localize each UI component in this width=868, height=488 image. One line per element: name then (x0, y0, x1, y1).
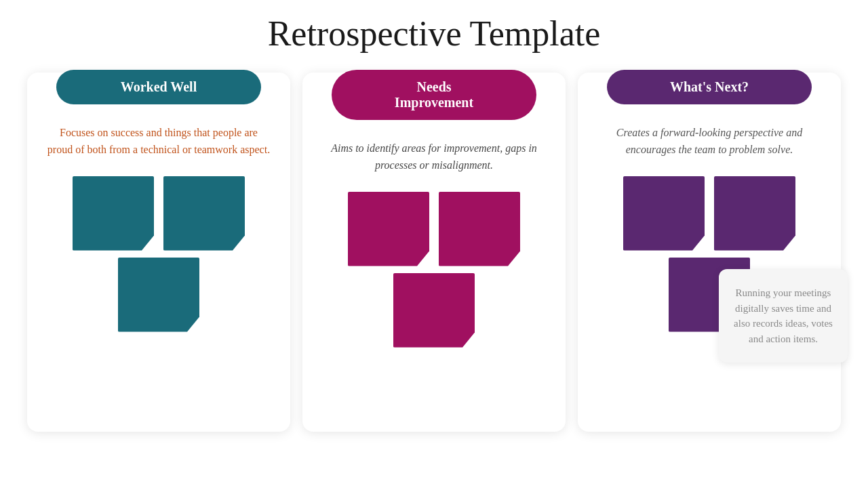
sticky-notes-needs-improvement (302, 192, 566, 348)
sticky-note (163, 176, 245, 251)
page: Retrospective Template Worked Well Focus… (0, 0, 868, 488)
card-needs-improvement: Needs Improvement Aims to identify areas… (302, 73, 566, 432)
sticky-note (439, 192, 520, 266)
sticky-note (118, 258, 199, 332)
badge-worked-well: Worked Well (56, 70, 262, 104)
columns-row: Worked Well Focuses on success and thing… (27, 73, 841, 432)
sticky-row-bottom (38, 258, 279, 332)
description-whats-next: Creates a forward-looking perspective an… (578, 106, 841, 171)
page-title: Retrospective Template (268, 14, 601, 54)
sticky-note (623, 176, 705, 251)
description-worked-well: Focuses on success and things that peopl… (27, 106, 290, 171)
sticky-notes-worked-well (27, 176, 290, 332)
sticky-note (348, 192, 429, 266)
badge-whats-next: What's Next? (607, 70, 812, 104)
sticky-row-top (589, 176, 830, 251)
sticky-row-top (313, 192, 555, 266)
sticky-note (73, 176, 154, 251)
tooltip-card: Running your meetings digitally saves ti… (719, 269, 848, 363)
sticky-row-bottom (313, 273, 555, 348)
tooltip-text: Running your meetings digitally saves ti… (734, 287, 833, 344)
card-worked-well: Worked Well Focuses on success and thing… (27, 73, 290, 432)
sticky-row-top (38, 176, 279, 251)
badge-needs-improvement: Needs Improvement (332, 70, 537, 120)
description-needs-improvement: Aims to identify areas for improvement, … (302, 121, 566, 186)
card-whats-next: What's Next? Creates a forward-looking p… (578, 73, 841, 432)
sticky-note (714, 176, 795, 251)
sticky-note (393, 273, 475, 348)
